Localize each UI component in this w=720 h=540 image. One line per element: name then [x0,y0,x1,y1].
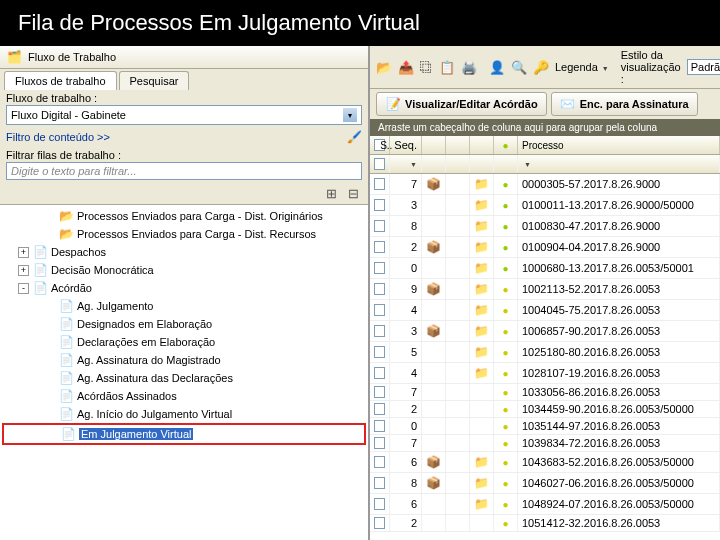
filter-flag[interactable] [494,155,518,173]
table-row[interactable]: 41004045-75.2017.8.26.0053 [370,300,720,321]
filter-seq[interactable] [390,155,422,173]
row-checkbox[interactable] [374,517,385,529]
row-checkbox[interactable] [374,386,385,398]
table-row[interactable]: 41028107-19.2016.8.26.0053 [370,363,720,384]
table-row[interactable]: 51025180-80.2016.8.26.0053 [370,342,720,363]
copy-icon[interactable]: ⿻ [420,58,433,76]
row-checkbox[interactable] [374,283,385,295]
tree-item-label: Declarações em Elaboração [77,336,215,348]
open-icon[interactable]: 📂 [376,58,392,76]
tree-item-selected[interactable]: Em Julgamento Virtual [2,423,366,445]
tree-item[interactable]: Ag. Assinatura das Declarações [2,369,366,387]
cell-flag [494,216,518,236]
col-ico3[interactable] [470,136,494,154]
tree-item[interactable]: Processos Enviados para Carga - Dist. Re… [2,225,366,243]
tree-toggle-icon[interactable]: - [18,283,29,294]
doc-icon [58,406,74,422]
row-checkbox[interactable] [374,367,385,379]
table-row[interactable]: 91002113-52.2017.8.26.0053 [370,279,720,300]
row-checkbox[interactable] [374,325,385,337]
tree-item[interactable]: Ag. Julgamento [2,297,366,315]
table-row[interactable]: 31006857-90.2017.8.26.0053 [370,321,720,342]
table-row[interactable]: 61048924-07.2016.8.26.0053/50000 [370,494,720,515]
tree-toggle-icon[interactable]: + [18,265,29,276]
filter-i3[interactable] [470,155,494,173]
filter-input[interactable]: Digite o texto para filtrar... [6,162,362,180]
enc-assinatura-button[interactable]: ✉️ Enc. para Assinatura [551,92,698,116]
tree-item[interactable]: Ag. Assinatura do Magistrado [2,351,366,369]
tree-item[interactable]: Declarações em Elaboração [2,333,366,351]
tree-item-label: Processos Enviados para Carga - Dist. Or… [77,210,323,222]
row-checkbox[interactable] [374,304,385,316]
collapse-icon[interactable]: ⊟ [344,184,362,202]
col-ico2[interactable] [446,136,470,154]
row-checkbox[interactable] [374,456,385,468]
col-seq[interactable]: S.. Seq. [390,136,422,154]
table-row[interactable]: 01000680-13.2017.8.26.0053/50001 [370,258,720,279]
cell-ico3 [470,342,494,362]
tree-item[interactable]: Ag. Início do Julgamento Virtual [2,405,366,423]
table-row[interactable]: 80100830-47.2017.8.26.9000 [370,216,720,237]
table-row[interactable]: 81046027-06.2016.8.26.0053/50000 [370,473,720,494]
cell-flag [494,363,518,383]
tree-item-label: Em Julgamento Virtual [79,428,193,440]
row-checkbox[interactable] [374,178,385,190]
expand-icon[interactable]: ⊞ [322,184,340,202]
row-checkbox[interactable] [374,199,385,211]
print-icon[interactable]: 🖨️ [461,58,477,76]
table-row[interactable]: 70000305-57.2017.8.26.9000 [370,174,720,195]
legenda-button[interactable]: Legenda [555,61,609,73]
table-row[interactable]: 71033056-86.2016.8.26.0053 [370,384,720,401]
table-row[interactable]: 71039834-72.2016.8.26.0053 [370,435,720,452]
search-icon[interactable]: 🔍 [511,58,527,76]
col-ico1[interactable] [422,136,446,154]
user-icon[interactable]: 👤 [489,58,505,76]
tree-item[interactable]: -Acórdão [2,279,366,297]
table-row[interactable]: 20100904-04.2017.8.26.9000 [370,237,720,258]
tree-item[interactable]: Designados em Elaboração [2,315,366,333]
cell-processo: 1033056-86.2016.8.26.0053 [518,384,720,400]
tree-item[interactable]: Acórdãos Assinados [2,387,366,405]
table-row[interactable]: 30100011-13.2017.8.26.9000/50000 [370,195,720,216]
filter-check[interactable] [374,158,385,170]
key-icon[interactable]: 🔑 [533,58,549,76]
filter-proc[interactable] [518,155,720,173]
tree-item[interactable]: +Decisão Monocrática [2,261,366,279]
table-row[interactable]: 61043683-52.2016.8.26.0053/50000 [370,452,720,473]
table-row[interactable]: 21034459-90.2016.8.26.0053/50000 [370,401,720,418]
table-row[interactable]: 21051412-32.2016.8.26.0053 [370,515,720,532]
filtro-conteudo-link[interactable]: Filtro de conteúdo >> 🖌️ [0,127,368,147]
estilo-dropdown[interactable]: Padrão [687,59,720,75]
cell-flag [494,237,518,257]
edit-icon: 📝 [385,96,401,112]
row-checkbox[interactable] [374,403,385,415]
row-checkbox[interactable] [374,262,385,274]
row-checkbox[interactable] [374,346,385,358]
cell-flag [494,195,518,215]
row-checkbox[interactable] [374,498,385,510]
fluxo-dropdown[interactable]: Fluxo Digital - Gabinete ▾ [6,105,362,125]
row-checkbox[interactable] [374,437,385,449]
row-checkbox[interactable] [374,420,385,432]
export-icon[interactable]: 📤 [398,58,414,76]
col-processo[interactable]: Processo [518,136,720,154]
tree-item[interactable]: Processos Enviados para Carga - Dist. Or… [2,207,366,225]
paste-icon[interactable]: 📋 [439,58,455,76]
row-checkbox[interactable] [374,220,385,232]
tab-fluxos[interactable]: Fluxos de trabalho [4,71,117,90]
status-dot-icon [502,456,508,468]
filter-i2[interactable] [446,155,470,173]
grid-filter-row [370,155,720,174]
row-checkbox[interactable] [374,477,385,489]
table-row[interactable]: 01035144-97.2016.8.26.0053 [370,418,720,435]
cell-processo: 1004045-75.2017.8.26.0053 [518,300,720,320]
visualizar-button[interactable]: 📝 Visualizar/Editar Acórdão [376,92,547,116]
tree-item[interactable]: +Despachos [2,243,366,261]
group-by-hint[interactable]: Arraste um cabeçalho de coluna aqui para… [370,119,720,136]
row-checkbox[interactable] [374,241,385,253]
tab-pesquisar[interactable]: Pesquisar [119,71,190,90]
col-flag[interactable] [494,136,518,154]
tree-toggle-icon[interactable]: + [18,247,29,258]
filter-i1[interactable] [422,155,446,173]
cell-ico2 [446,237,470,257]
